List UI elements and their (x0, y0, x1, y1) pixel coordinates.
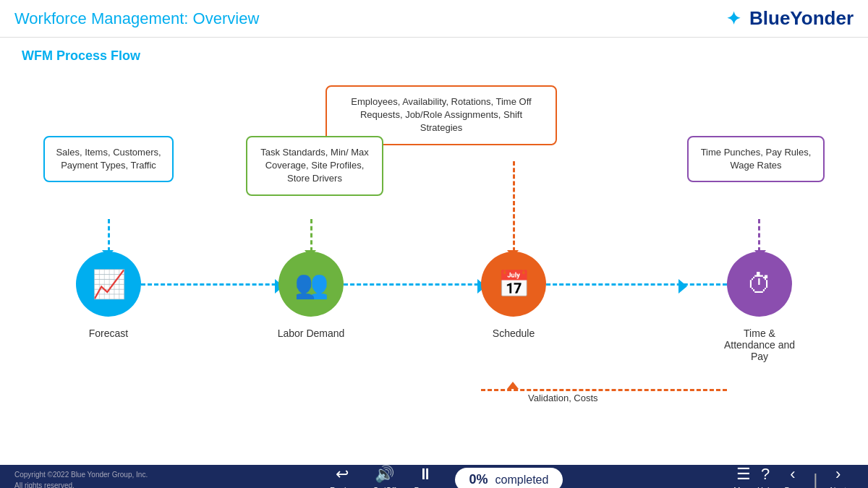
forecast-label: Forecast (61, 328, 156, 339)
pause-button[interactable]: ⏸ Pause (414, 465, 436, 488)
time-label: Time &Attendance andPay (709, 328, 810, 362)
replay-icon: ↩ (336, 465, 349, 484)
footer-controls: ↩ Replay 🔊 On/Off ⏸ Pause 0% completed (159, 465, 733, 488)
replay-button[interactable]: ↩ Replay (330, 465, 354, 488)
forecast-circle: 📈 (76, 252, 141, 317)
schedule-label: Schedule (463, 328, 564, 339)
prev-icon: ‹ (790, 465, 795, 484)
connector-green-vertical (310, 219, 312, 252)
time-icon: ⏱ (746, 269, 773, 299)
logo-cross-icon: ✦ (726, 9, 741, 29)
logo-text: BlueYonder (749, 7, 854, 30)
onoff-icon: 🔊 (375, 465, 394, 484)
progress-area: 0% completed (455, 468, 563, 488)
pause-icon: ⏸ (417, 465, 433, 484)
help-button[interactable]: ? Help (757, 465, 774, 488)
menu-icon: ☰ (736, 465, 751, 484)
labor-icon: 👥 (294, 268, 328, 300)
schedule-icon: 📅 (498, 269, 530, 299)
progress-percentage: 0% (469, 472, 488, 487)
arrow-to-time (678, 279, 687, 294)
sales-box: Sales, Items, Customers, Payment Types, … (43, 136, 174, 182)
connector-orange-vertical (513, 161, 515, 252)
time-punches-box: Time Punches, Pay Rules, Wage Rates (687, 136, 825, 182)
copyright-line2: All rights reserved. (14, 480, 159, 489)
progress-text: completed (495, 474, 549, 487)
copyright-text: Copyright ©2022 Blue Yonder Group, Inc. … (14, 469, 159, 489)
time-attendance-circle: ⏱ (727, 252, 792, 317)
menu-button[interactable]: ☰ Menu (733, 465, 754, 488)
section-title: WFM Process Flow (22, 48, 846, 64)
flow-diagram: Employees, Availability, Rotations, Time… (22, 78, 846, 454)
horizontal-connector (141, 283, 727, 286)
help-icon: ? (761, 465, 770, 484)
main-content: WFM Process Flow Employees, Availability… (0, 38, 868, 465)
next-button[interactable]: › Next (822, 465, 854, 488)
connector-purple-vertical (758, 219, 760, 252)
labor-label: Labor Demand (260, 328, 362, 339)
onoff-button[interactable]: 🔊 On/Off (373, 465, 396, 488)
footer-nav: ☰ Menu ? Help ‹ Prev | › Next (733, 465, 854, 488)
validation-connector (481, 389, 727, 391)
logo: ✦ BlueYonder (726, 7, 854, 30)
validation-label: Validation, Costs (528, 393, 598, 403)
labor-demand-circle: 👥 (278, 252, 344, 317)
footer: Copyright ©2022 Blue Yonder Group, Inc. … (0, 465, 868, 488)
arrow-up-schedule (507, 382, 519, 389)
next-icon: › (835, 465, 841, 484)
copyright-line1: Copyright ©2022 Blue Yonder Group, Inc. (14, 469, 159, 480)
schedule-circle: 📅 (481, 252, 546, 317)
prev-button[interactable]: ‹ Prev (778, 465, 809, 488)
header: Workforce Management: Overview ✦ BlueYon… (0, 0, 868, 38)
page-title: Workforce Management: Overview (14, 9, 259, 28)
forecast-icon: 📈 (92, 268, 126, 300)
nav-divider: | (812, 470, 819, 489)
task-standards-box: Task Standards, Min/ Max Coverage, Site … (246, 136, 383, 196)
connector-cyan-vertical (108, 219, 110, 252)
